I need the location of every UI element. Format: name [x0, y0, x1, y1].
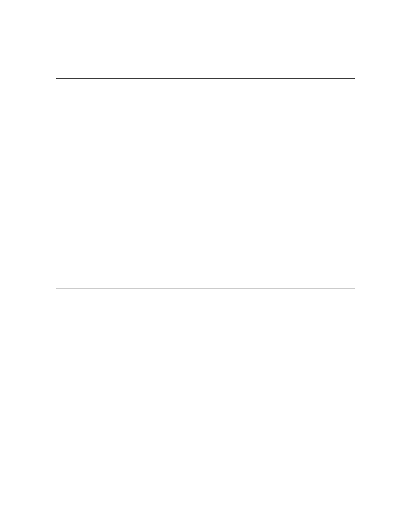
page [0, 0, 411, 532]
horizontal-rule [56, 289, 355, 289]
horizontal-rule [56, 78, 355, 79]
horizontal-rule [56, 229, 355, 229]
